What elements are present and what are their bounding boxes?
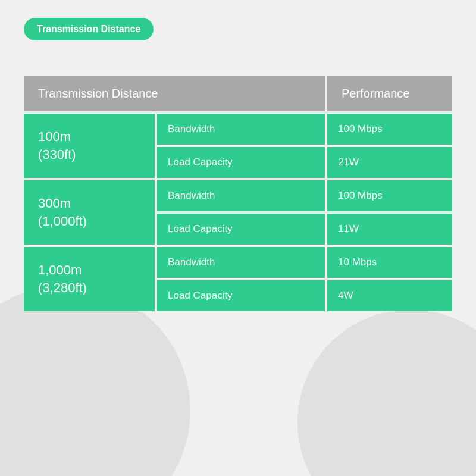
label-cell-2-1: Load Capacity [157, 280, 325, 311]
middle-col-0: BandwidthLoad Capacity [157, 114, 325, 178]
table-header: Transmission Distance Performance [24, 76, 452, 111]
right-col-1: 100 Mbps11W [327, 180, 452, 245]
group-row-0: 100m(330ft)BandwidthLoad Capacity100 Mbp… [24, 114, 452, 178]
header-performance: Performance [327, 76, 452, 111]
value-cell-1-1: 11W [327, 214, 452, 245]
top-badge: Transmission Distance [24, 18, 154, 40]
right-col-2: 10 Mbps4W [327, 247, 452, 311]
label-cell-1-1: Load Capacity [157, 214, 325, 245]
value-cell-0-1: 21W [327, 147, 452, 178]
distance-cell-1: 300m(1,000ft) [24, 180, 155, 245]
right-col-0: 100 Mbps21W [327, 114, 452, 178]
label-cell-1-0: Bandwidth [157, 180, 325, 211]
value-cell-2-1: 4W [327, 280, 452, 311]
table-wrapper: Transmission Distance Performance 100m(3… [24, 76, 452, 311]
label-cell-2-0: Bandwidth [157, 247, 325, 278]
distance-cell-0: 100m(330ft) [24, 114, 155, 178]
bg-decoration-right [298, 309, 476, 476]
group-row-2: 1,000m(3,280ft)BandwidthLoad Capacity10 … [24, 247, 452, 311]
groups-container: 100m(330ft)BandwidthLoad Capacity100 Mbp… [24, 114, 452, 311]
value-cell-0-0: 100 Mbps [327, 114, 452, 145]
value-cell-2-0: 10 Mbps [327, 247, 452, 278]
middle-col-2: BandwidthLoad Capacity [157, 247, 325, 311]
label-cell-0-0: Bandwidth [157, 114, 325, 145]
value-cell-1-0: 100 Mbps [327, 180, 452, 211]
header-distance: Transmission Distance [24, 76, 325, 111]
label-cell-0-1: Load Capacity [157, 147, 325, 178]
group-row-1: 300m(1,000ft)BandwidthLoad Capacity100 M… [24, 180, 452, 245]
page-content: Transmission Distance Transmission Dista… [0, 0, 476, 331]
middle-col-1: BandwidthLoad Capacity [157, 180, 325, 245]
distance-cell-2: 1,000m(3,280ft) [24, 247, 155, 311]
